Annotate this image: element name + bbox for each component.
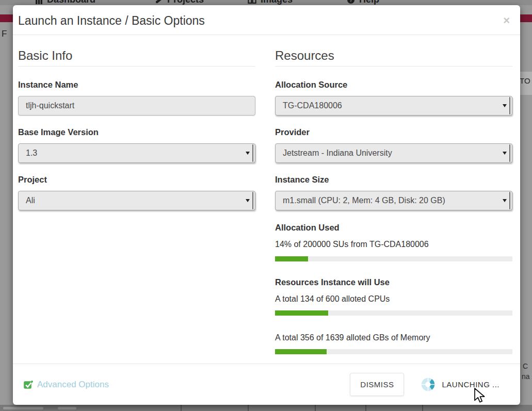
basic-info-section: Basic Info Instance Name Base Image Vers… <box>18 35 255 354</box>
cpu-progress-bar <box>275 310 512 316</box>
selected-value: m1.small (CPU: 2, Mem: 4 GB, Disk: 20 GB… <box>283 196 445 205</box>
allocation-source-label: Allocation Source <box>275 80 512 90</box>
check-box-icon <box>23 380 33 389</box>
modal-body: Basic Info Instance Name Base Image Vers… <box>13 35 520 354</box>
chevron-down-icon <box>503 199 507 202</box>
resources-heading: Resources <box>275 48 512 67</box>
background-text-fragment: na <box>522 372 530 381</box>
instance-size-label: Instance Size <box>275 175 512 185</box>
instance-name-field-group: Instance Name <box>18 80 255 116</box>
progress-fill <box>275 310 328 316</box>
chevron-down-icon <box>503 152 507 155</box>
modal-title: Launch an Instance / Basic Options <box>18 14 515 28</box>
launch-button[interactable]: LAUNCHING ... <box>418 377 503 392</box>
pencil-icon <box>155 0 163 4</box>
bar-chart-icon <box>35 0 43 4</box>
nav-item-projects: Projects <box>155 0 204 5</box>
advanced-options-link[interactable]: Advanced Options <box>23 380 109 390</box>
instance-resources-heading: Resources Instance will Use <box>275 277 512 287</box>
selected-value: Jetstream - Indiana University <box>283 149 392 158</box>
images-icon <box>248 0 256 4</box>
instance-size-select[interactable]: m1.small (CPU: 2, Mem: 4 GB, Disk: 20 GB… <box>275 191 512 210</box>
modal-footer: Advanced Options DISMISS LAUNCHING ... <box>13 364 520 405</box>
svg-text:?: ? <box>349 0 352 3</box>
chevron-down-icon <box>246 152 250 155</box>
provider-select[interactable]: Jetstream - Indiana University <box>275 143 512 163</box>
provider-field-group: Provider Jetstream - Indiana University <box>275 127 512 163</box>
background-text-fragment: C <box>523 362 528 370</box>
base-image-version-label: Base Image Version <box>18 127 255 137</box>
base-image-version-select[interactable]: 1.3 <box>18 143 255 163</box>
background-text-fragment: TO <box>520 76 530 85</box>
selected-value: TG-CDA180006 <box>283 101 342 110</box>
memory-usage-text: A total 356 of 1639 alloted GBs of Memor… <box>275 333 512 342</box>
instance-name-input[interactable] <box>18 96 255 116</box>
basic-info-heading: Basic Info <box>18 48 255 67</box>
provider-label: Provider <box>275 127 512 137</box>
modal-header: Launch an Instance / Basic Options × <box>13 5 520 35</box>
nav-label: Dashboard <box>47 0 95 5</box>
advanced-options-label: Advanced Options <box>37 380 109 390</box>
instance-name-label: Instance Name <box>18 80 255 90</box>
dismiss-button[interactable]: DISMISS <box>350 373 404 396</box>
background-text-fragment: F <box>2 29 7 39</box>
progress-fill <box>275 349 327 354</box>
selected-value: 1.3 <box>26 149 37 158</box>
background-table-edge <box>0 405 532 411</box>
memory-progress-bar <box>275 349 512 354</box>
loading-spinner-icon <box>421 377 435 391</box>
allocation-source-field-group: Allocation Source TG-CDA180006 <box>275 80 512 116</box>
progress-fill <box>275 256 308 261</box>
chevron-down-icon <box>246 199 250 202</box>
allocation-used-heading: Allocation Used <box>275 223 512 233</box>
nav-label: Help <box>359 0 379 5</box>
base-image-version-field-group: Base Image Version 1.3 <box>18 127 255 163</box>
instance-size-field-group: Instance Size m1.small (CPU: 2, Mem: 4 G… <box>275 175 512 210</box>
close-icon[interactable]: × <box>503 15 510 26</box>
resources-section: Resources Allocation Source TG-CDA180006… <box>275 35 512 354</box>
project-select[interactable]: Ali <box>18 191 255 210</box>
cpu-usage-text: A total 134 of 600 alloted CPUs <box>275 294 512 304</box>
nav-item-dashboard: Dashboard <box>35 0 95 5</box>
allocation-source-select[interactable]: TG-CDA180006 <box>275 96 512 116</box>
mouse-cursor <box>474 388 487 403</box>
allocation-used-text: 14% of 200000 SUs from TG-CDA180006 <box>275 239 512 249</box>
help-circle-icon: ? <box>347 0 355 4</box>
allocation-used-progress-bar <box>275 256 512 261</box>
selected-value: Ali <box>26 196 35 205</box>
project-field-group: Project Ali <box>18 175 255 210</box>
nav-item-images: Images <box>248 0 293 5</box>
launch-instance-modal: Launch an Instance / Basic Options × Bas… <box>13 5 520 405</box>
nav-label: Images <box>261 0 293 5</box>
chevron-down-icon <box>503 104 507 107</box>
project-label: Project <box>18 175 255 185</box>
nav-item-help: ? Help <box>347 0 379 5</box>
background-navbar: Dashboard Projects Images ? Help <box>0 0 532 5</box>
nav-label: Projects <box>167 0 204 5</box>
launch-button-label: LAUNCHING ... <box>442 380 499 389</box>
